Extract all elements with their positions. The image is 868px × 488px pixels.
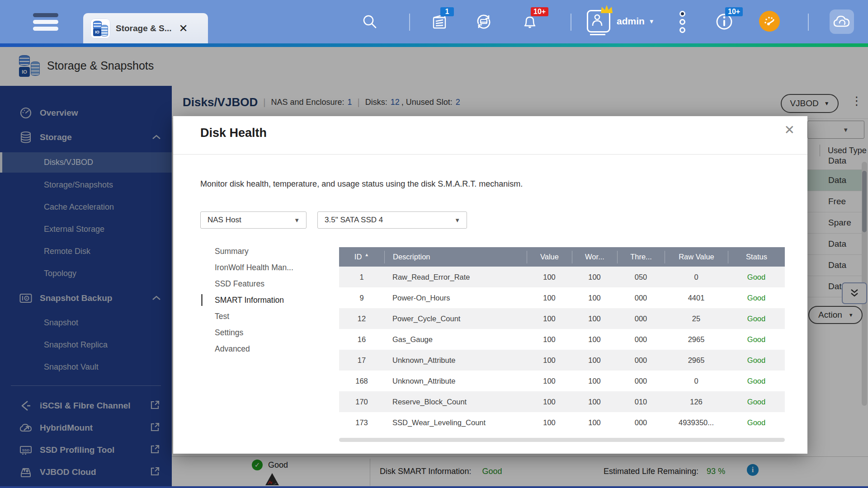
column-header-value[interactable]: Value [527,251,572,263]
top-bar: IO Storage & S... ✕ 1 10+ [0,0,868,43]
table-row[interactable]: 9Power-On_Hours1001000004401Good [339,287,785,308]
topbar-divider [409,14,410,31]
menu-item-settings[interactable]: Settings [215,324,293,341]
notifications-bell-icon[interactable]: 10+ [519,11,541,33]
menu-item-smart-information[interactable]: SMART Information [215,292,293,308]
menu-item-ironwolf[interactable]: IronWolf Health Man... [215,259,293,276]
menu-item-ssd-features[interactable]: SSD Features [215,276,293,292]
column-header-threshold[interactable]: Thre... [617,251,665,263]
disk-select-dropdown[interactable]: 3.5" SATA SSD 4 ▼ [317,211,467,229]
system-info-badge: 10+ [725,7,743,16]
smart-attributes-table: ID▲ Description Value Wor... Thre... Raw… [339,247,785,433]
table-header-row: ID▲ Description Value Wor... Thre... Raw… [339,247,785,267]
admin-crown-icon [600,4,613,16]
dialog-description: Monitor disk health, temperature, and us… [200,179,523,189]
column-header-worst[interactable]: Wor... [572,251,617,263]
menu-item-advanced[interactable]: Advanced [215,341,293,357]
column-header-raw-value[interactable]: Raw Value [665,251,728,263]
storage-app-icon: IO [90,19,110,38]
disk-health-dialog: Disk Health ✕ Monitor disk health, tempe… [173,116,807,454]
column-header-status[interactable]: Status [728,251,785,263]
myqnapcloud-icon[interactable] [830,9,854,34]
table-row[interactable]: 16Gas_Gauge1001000002965Good [339,329,785,350]
resource-monitor-icon[interactable] [759,11,780,32]
dialog-side-menu: Summary IronWolf Health Man... SSD Featu… [215,243,293,357]
avatar [587,10,610,33]
qnap-app-window: IO Storage & S... ✕ 1 10+ [0,0,868,488]
table-horizontal-scrollbar[interactable] [339,438,785,442]
user-menu[interactable]: admin ▼ [587,10,655,33]
dialog-close-icon[interactable]: ✕ [784,122,795,137]
column-header-id[interactable]: ID▲ [339,251,384,263]
table-row[interactable]: 168Unknown_Attribute1001000000Good [339,371,785,391]
table-row[interactable]: 1Raw_Read_Error_Rate1001000500Good [339,267,785,287]
tab-storage-snapshots[interactable]: IO Storage & S... ✕ [83,13,208,43]
topbar-divider [571,14,571,31]
tab-title: Storage & S... [116,23,172,33]
background-tasks-icon[interactable]: 1 [429,11,450,33]
table-row[interactable]: 17Unknown_Attribute1001000002965Good [339,350,785,371]
username: admin [617,16,645,27]
tasks-badge: 1 [440,7,454,16]
chevron-down-icon: ▼ [649,18,655,25]
menu-item-test[interactable]: Test [215,308,293,324]
column-header-description[interactable]: Description [384,251,527,263]
topbar-divider [808,14,809,31]
host-select-dropdown[interactable]: NAS Host ▼ [200,211,307,229]
chevron-down-icon: ▼ [294,217,300,224]
table-row[interactable]: 12Power_Cycle_Count10010000025Good [339,308,785,329]
table-row[interactable]: 170Reserve_Block_Count100100010126Good [339,391,785,412]
brand-gradient-bar [0,43,868,47]
search-icon[interactable] [359,11,381,33]
chevron-down-icon: ▼ [454,217,460,224]
main-menu-icon[interactable] [33,13,59,31]
sync-backup-icon[interactable] [473,11,495,33]
menu-item-summary[interactable]: Summary [215,243,293,259]
system-info-icon[interactable]: 10+ [713,11,735,33]
table-row[interactable]: 173SSD_Wear_Leveling_Count10010000049393… [339,412,785,433]
notifications-badge: 10+ [531,7,548,16]
sort-asc-icon: ▲ [364,252,369,257]
dialog-header-divider [173,154,807,155]
more-options-icon[interactable] [676,11,690,33]
tab-close-icon[interactable]: ✕ [179,22,188,35]
dialog-title: Disk Health [200,126,267,140]
